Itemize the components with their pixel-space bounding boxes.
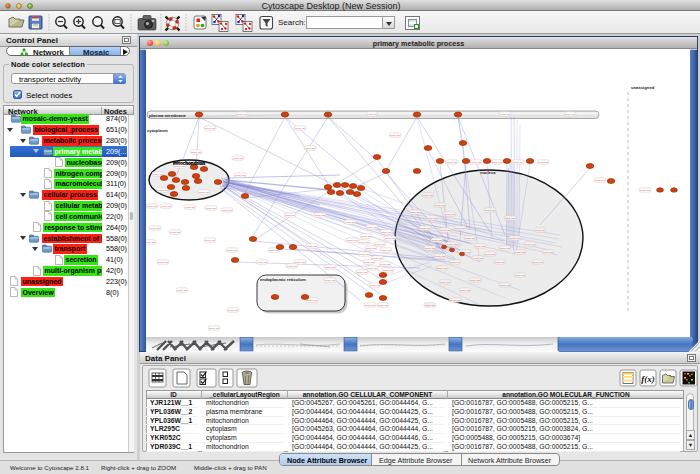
svg-text:Gene-nm: Gene-nm — [513, 161, 523, 164]
svg-text:Gene-nm: Gene-nm — [475, 245, 485, 248]
svg-text:Gene-nm: Gene-nm — [435, 204, 445, 207]
svg-text:Gene-nm: Gene-nm — [307, 299, 317, 302]
svg-text:Gene-nm: Gene-nm — [205, 127, 215, 130]
svg-text:Gene-nm: Gene-nm — [381, 231, 391, 234]
svg-text:Gene-nm: Gene-nm — [380, 263, 390, 266]
svg-text:Gene-nm: Gene-nm — [460, 289, 470, 292]
svg-text:Gene-nm: Gene-nm — [205, 239, 215, 242]
svg-text:Gene-nm: Gene-nm — [533, 261, 543, 264]
svg-text:Gene-nm: Gene-nm — [269, 249, 279, 252]
svg-text:unassigned: unassigned — [631, 85, 655, 90]
svg-text:Gene-nm: Gene-nm — [505, 217, 515, 220]
svg-text:Gene-nm: Gene-nm — [364, 261, 374, 264]
svg-text:Gene-nm: Gene-nm — [199, 191, 209, 194]
svg-text:Gene-nm: Gene-nm — [450, 299, 460, 302]
svg-text:Gene-nm: Gene-nm — [287, 265, 297, 268]
svg-text:Gene-nm: Gene-nm — [209, 327, 219, 330]
svg-text:Gene-nm: Gene-nm — [347, 239, 357, 242]
svg-text:Gene-nm: Gene-nm — [237, 113, 247, 116]
svg-text:plasma membrane: plasma membrane — [149, 113, 186, 118]
svg-text:Gene-nm: Gene-nm — [440, 229, 450, 232]
svg-text:Gene-nm: Gene-nm — [359, 241, 369, 244]
svg-text:Gene-nm: Gene-nm — [381, 249, 391, 252]
svg-text:cytoplasm: cytoplasm — [147, 128, 168, 133]
svg-text:Gene-nm: Gene-nm — [435, 255, 445, 258]
svg-text:Gene-nm: Gene-nm — [515, 274, 525, 277]
svg-text:Gene-nm: Gene-nm — [390, 134, 400, 137]
svg-text:Gene-nm: Gene-nm — [378, 304, 388, 307]
svg-text:Gene-nm: Gene-nm — [383, 269, 393, 272]
svg-text:Gene-nm: Gene-nm — [470, 279, 480, 282]
svg-text:Gene-nm: Gene-nm — [222, 209, 232, 212]
svg-text:Gene-nm: Gene-nm — [325, 266, 335, 269]
svg-text:Gene-nm: Gene-nm — [500, 284, 510, 287]
svg-text:Gene-nm: Gene-nm — [365, 304, 375, 307]
svg-text:Gene-nm: Gene-nm — [367, 267, 377, 270]
svg-text:Gene-nm: Gene-nm — [170, 231, 180, 234]
svg-text:Gene-nm: Gene-nm — [305, 147, 315, 150]
svg-text:Gene-nm: Gene-nm — [500, 113, 510, 116]
svg-text:Gene-nm: Gene-nm — [427, 217, 437, 220]
svg-text:Gene-nm: Gene-nm — [147, 205, 157, 208]
svg-text:endoplasmic reticulum: endoplasmic reticulum — [260, 277, 306, 282]
svg-text:Gene-nm: Gene-nm — [473, 257, 483, 260]
svg-text:Gene-nm: Gene-nm — [543, 251, 553, 254]
svg-text:Gene-nm: Gene-nm — [495, 261, 505, 264]
svg-text:Gene-nm: Gene-nm — [235, 174, 245, 177]
svg-text:Gene-nm: Gene-nm — [485, 253, 495, 256]
svg-text:Gene-nm: Gene-nm — [640, 189, 650, 192]
svg-text:Gene-nm: Gene-nm — [361, 235, 371, 238]
svg-text:Gene-nm: Gene-nm — [295, 127, 305, 130]
svg-text:Gene-nm: Gene-nm — [366, 247, 376, 250]
svg-text:Gene-nm: Gene-nm — [206, 207, 216, 210]
svg-text:Gene-nm: Gene-nm — [440, 281, 450, 284]
svg-text:Gene-nm: Gene-nm — [492, 161, 502, 164]
svg-text:Gene-nm: Gene-nm — [410, 211, 420, 214]
svg-text:Gene-nm: Gene-nm — [445, 213, 455, 216]
svg-text:Gene-nm: Gene-nm — [228, 309, 238, 312]
svg-text:Gene-nm: Gene-nm — [385, 237, 395, 240]
svg-text:Gene-nm: Gene-nm — [227, 249, 237, 252]
svg-text:Gene-nm: Gene-nm — [420, 227, 430, 230]
svg-text:Gene-nm: Gene-nm — [359, 253, 369, 256]
svg-text:Gene-nm: Gene-nm — [465, 237, 475, 240]
svg-text:Gene-nm: Gene-nm — [367, 226, 377, 229]
svg-text:Gene-nm: Gene-nm — [455, 227, 465, 230]
svg-text:Gene-nm: Gene-nm — [425, 247, 435, 250]
svg-text:Gene-nm: Gene-nm — [257, 261, 267, 264]
svg-text:Gene-nm: Gene-nm — [538, 161, 548, 164]
svg-text:Gene-nm: Gene-nm — [315, 214, 325, 217]
svg-text:Gene-nm: Gene-nm — [447, 243, 457, 246]
svg-text:Gene-nm: Gene-nm — [425, 304, 435, 307]
svg-text:Gene-nm: Gene-nm — [161, 205, 171, 208]
svg-text:Gene-nm: Gene-nm — [471, 161, 481, 164]
svg-text:Gene-nm: Gene-nm — [595, 179, 605, 182]
svg-text:Gene-nm: Gene-nm — [375, 243, 385, 246]
svg-text:Gene-nm: Gene-nm — [158, 261, 168, 264]
svg-text:Gene-nm: Gene-nm — [447, 161, 457, 164]
svg-text:Gene-nm: Gene-nm — [285, 214, 295, 217]
svg-text:Gene-nm: Gene-nm — [367, 113, 377, 116]
svg-text:Gene-nm: Gene-nm — [357, 271, 367, 274]
svg-text:Gene-nm: Gene-nm — [185, 206, 195, 209]
svg-text:f(x): f(x) — [641, 374, 655, 384]
svg-text:Gene-nm: Gene-nm — [515, 251, 525, 254]
svg-text:Gene-nm: Gene-nm — [191, 151, 201, 154]
svg-text:Gene-nm: Gene-nm — [307, 245, 317, 248]
svg-text:Gene-nm: Gene-nm — [146, 241, 155, 244]
svg-text:Gene-nm: Gene-nm — [177, 289, 187, 292]
svg-text:Gene-nm: Gene-nm — [510, 237, 520, 240]
svg-text:Gene-nm: Gene-nm — [565, 113, 575, 116]
svg-text:Gene-nm: Gene-nm — [437, 267, 447, 270]
svg-text:nucleus: nucleus — [480, 170, 496, 175]
svg-text:Gene-nm: Gene-nm — [500, 247, 510, 250]
svg-text:Gene-nm: Gene-nm — [325, 279, 335, 282]
svg-text:Gene-nm: Gene-nm — [158, 189, 168, 192]
svg-text:Gene-nm: Gene-nm — [233, 157, 243, 160]
svg-text:Gene-nm: Gene-nm — [150, 227, 160, 230]
svg-text:Gene-nm: Gene-nm — [535, 229, 545, 232]
svg-text:Gene-nm: Gene-nm — [345, 221, 355, 224]
svg-text:Gene-nm: Gene-nm — [450, 261, 460, 264]
svg-text:mitochondrion: mitochondrion — [173, 161, 205, 166]
svg-text:Gene-nm: Gene-nm — [485, 209, 495, 212]
